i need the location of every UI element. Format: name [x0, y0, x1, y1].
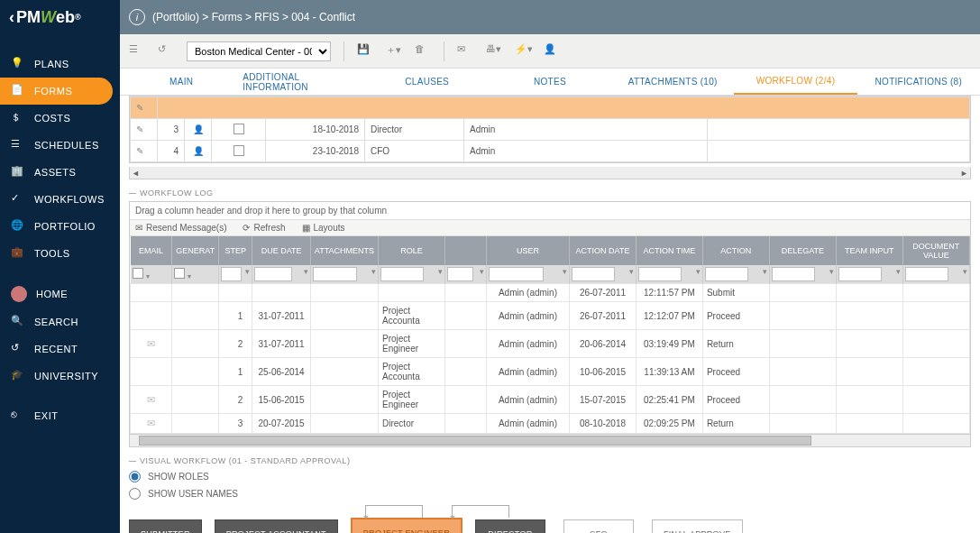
col-header[interactable]: ACTION: [702, 236, 769, 265]
tab-additional-information[interactable]: ADDITIONAL INFORMATION: [243, 69, 365, 95]
nav-forms[interactable]: 📄FORMS: [0, 78, 113, 105]
col-header[interactable]: USER: [486, 236, 569, 265]
filter-input[interactable]: [254, 267, 292, 281]
user-icon[interactable]: 👤: [544, 43, 560, 60]
log-scrollbar[interactable]: [129, 435, 971, 447]
layouts-button[interactable]: ▦ Layouts: [302, 223, 345, 233]
funnel-icon[interactable]: ▾: [829, 267, 834, 276]
col-header[interactable]: STEP: [219, 236, 252, 265]
grad-icon: 🎓: [11, 369, 25, 383]
resend-button[interactable]: ✉ Resend Message(s): [135, 223, 226, 233]
nav-portfolio[interactable]: 🌐PORTFOLIO: [0, 213, 120, 240]
nav-assets[interactable]: 🏢ASSETS: [0, 159, 120, 186]
print-icon[interactable]: 🖶▾: [486, 43, 502, 60]
filter-checkbox[interactable]: [174, 268, 185, 279]
funnel-icon[interactable]: ▾: [629, 267, 634, 276]
col-header[interactable]: ACTION DATE: [570, 236, 637, 265]
bolt-icon[interactable]: ⚡▾: [515, 43, 531, 60]
col-header[interactable]: EMAIL: [131, 236, 172, 265]
filter-checkbox[interactable]: [133, 268, 143, 279]
log-row[interactable]: Admin (admin)26-07-201112:11:57 PMSubmit: [131, 284, 970, 302]
show-roles-radio[interactable]: SHOW ROLES: [129, 471, 971, 482]
nav-tools[interactable]: 💼TOOLS: [0, 240, 120, 267]
filter-input[interactable]: [489, 267, 544, 281]
log-row[interactable]: 125-06-2014Project AccountaAdmin (admin)…: [131, 358, 970, 386]
funnel-icon[interactable]: ▾: [896, 267, 901, 276]
tab-notifications-[interactable]: NOTIFICATIONS (8): [857, 69, 980, 95]
col-header[interactable]: DELEGATE: [769, 236, 836, 265]
filter-input[interactable]: [380, 267, 424, 281]
log-row[interactable]: 131-07-2011Project AccountaAdmin (admin)…: [131, 302, 970, 330]
delete-icon[interactable]: 🗑: [415, 43, 431, 60]
funnel-icon[interactable]: ▾: [480, 267, 484, 276]
checkbox[interactable]: [234, 145, 244, 156]
tab-workflow-[interactable]: WORKFLOW (2/4): [734, 69, 856, 95]
log-row[interactable]: ✉231-07-2011Project EngineerAdmin (admin…: [131, 330, 970, 358]
col-header[interactable]: GENERAT: [172, 236, 219, 265]
save-icon[interactable]: 💾: [357, 43, 373, 60]
nav-exit[interactable]: ⎋EXIT: [0, 402, 120, 429]
filter-input[interactable]: [838, 267, 882, 281]
nav-university[interactable]: 🎓UNIVERSITY: [0, 363, 120, 390]
col-header[interactable]: ACTION TIME: [636, 236, 702, 265]
mail-icon[interactable]: ✉: [457, 43, 473, 60]
funnel-icon[interactable]: ▾: [563, 267, 567, 276]
flow-box-final-approve[interactable]: FINAL APPROVE: [652, 519, 743, 533]
upper-row[interactable]: ✎4👤23-10-2018CFOAdmin: [131, 141, 970, 162]
refresh-button[interactable]: ⟳ Refresh: [243, 223, 285, 233]
tab-main[interactable]: MAIN: [120, 69, 243, 95]
nav-costs[interactable]: ＄COSTS: [0, 105, 120, 132]
nav-recent[interactable]: ↺RECENT: [0, 335, 120, 363]
flow-box-director[interactable]: DIRECTOR: [475, 519, 545, 533]
upper-grid-scrollbar[interactable]: ◄►: [129, 167, 971, 179]
tab-notes[interactable]: NOTES: [489, 69, 611, 95]
funnel-icon[interactable]: ▾: [304, 267, 308, 276]
nav-schedules[interactable]: ☰SCHEDULES: [0, 132, 120, 159]
flow-box-submitter[interactable]: SUBMITTER: [129, 519, 202, 533]
funnel-icon[interactable]: ▾: [696, 267, 701, 276]
history-icon[interactable]: ↺: [158, 43, 174, 60]
filter-input[interactable]: [313, 267, 357, 281]
log-row[interactable]: ✉320-07-2015DirectorAdmin (admin)08-10-2…: [131, 414, 970, 434]
flow-box-cfo[interactable]: CFO: [563, 519, 634, 533]
tab-attachments-[interactable]: ATTACHMENTS (10): [611, 69, 734, 95]
edit-icon[interactable]: ✎: [136, 146, 143, 156]
tab-clauses[interactable]: CLAUSES: [366, 69, 489, 95]
col-header[interactable]: DUE DATE: [252, 236, 311, 265]
filter-input[interactable]: [447, 267, 473, 281]
filter-input[interactable]: [572, 267, 615, 281]
outdent-icon[interactable]: ☰: [129, 43, 145, 60]
visual-workflow-title: VISUAL WORKFLOW (01 - STANDARD APPROVAL): [129, 456, 971, 465]
checkbox[interactable]: [234, 124, 244, 134]
nav-search[interactable]: 🔍SEARCH: [0, 308, 120, 335]
nav-home[interactable]: HOME: [0, 280, 120, 308]
funnel-icon[interactable]: ▾: [963, 267, 967, 276]
add-icon[interactable]: ＋▾: [386, 43, 402, 60]
col-header[interactable]: ROLE: [379, 236, 445, 265]
funnel-icon[interactable]: ▾: [371, 267, 376, 276]
col-header[interactable]: TEAM INPUT: [836, 236, 902, 265]
edit-icon[interactable]: ✎: [136, 103, 143, 113]
funnel-icon[interactable]: ▾: [763, 267, 767, 276]
filter-input[interactable]: [905, 267, 949, 281]
edit-icon[interactable]: ✎: [136, 124, 143, 134]
filter-input[interactable]: [705, 267, 748, 281]
funnel-icon[interactable]: ▾: [438, 267, 443, 276]
filter-input[interactable]: [772, 267, 815, 281]
nav-plans[interactable]: 💡PLANS: [0, 51, 120, 78]
funnel-icon[interactable]: ▾: [245, 267, 250, 276]
group-hint: Drag a column header and drop it here to…: [130, 202, 970, 220]
col-header[interactable]: [445, 236, 487, 265]
filter-input[interactable]: [221, 267, 241, 281]
upper-row[interactable]: ✎3👤18-10-2018DirectorAdmin: [131, 119, 970, 141]
show-users-radio[interactable]: SHOW USER NAMES: [129, 488, 971, 500]
col-header[interactable]: ATTACHMENTS: [310, 236, 378, 265]
info-icon[interactable]: i: [129, 9, 145, 25]
flow-box-project-accountant[interactable]: PROJECT ACCOUNTANT: [215, 519, 338, 533]
filter-input[interactable]: [638, 267, 682, 281]
nav-workflows[interactable]: ✓WORKFLOWS: [0, 186, 120, 213]
upper-row[interactable]: ✎: [131, 97, 970, 119]
project-select[interactable]: Boston Medical Center - 004 - Confli: [187, 41, 331, 61]
log-row[interactable]: ✉215-06-2015Project EngineerAdmin (admin…: [131, 386, 970, 414]
col-header[interactable]: DOCUMENT VALUE: [902, 236, 969, 265]
